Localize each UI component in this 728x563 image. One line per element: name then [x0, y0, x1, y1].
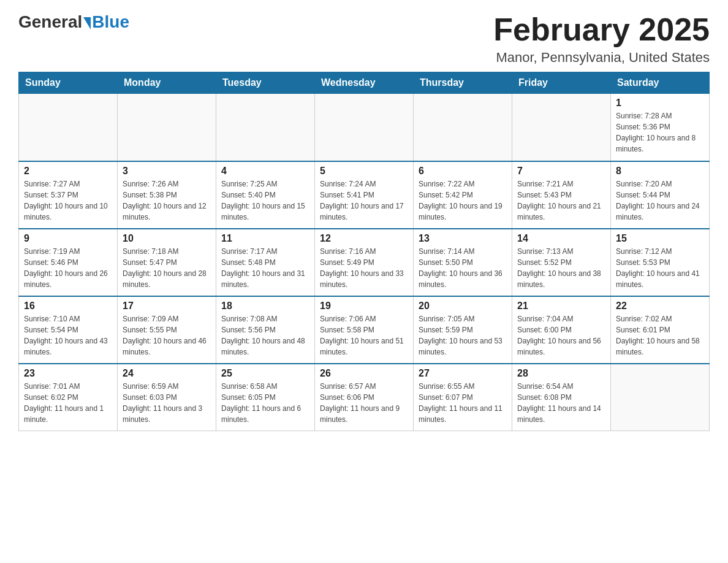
day-number: 5: [320, 166, 408, 177]
calendar-cell: [315, 94, 414, 161]
calendar-cell: 9Sunrise: 7:19 AM Sunset: 5:46 PM Daylig…: [19, 229, 118, 296]
day-info: Sunrise: 7:22 AM Sunset: 5:42 PM Dayligh…: [419, 178, 507, 223]
day-number: 6: [419, 166, 507, 177]
calendar-cell: 27Sunrise: 6:55 AM Sunset: 6:07 PM Dayli…: [414, 364, 512, 431]
calendar-cell: [216, 94, 315, 161]
day-info: Sunrise: 7:12 AM Sunset: 5:53 PM Dayligh…: [616, 246, 704, 290]
day-info: Sunrise: 7:26 AM Sunset: 5:38 PM Dayligh…: [123, 178, 211, 223]
day-number: 11: [221, 233, 309, 244]
day-number: 4: [221, 166, 309, 177]
day-info: Sunrise: 7:06 AM Sunset: 5:58 PM Dayligh…: [320, 313, 408, 358]
day-info: Sunrise: 7:17 AM Sunset: 5:48 PM Dayligh…: [221, 246, 309, 290]
day-info: Sunrise: 7:13 AM Sunset: 5:52 PM Dayligh…: [517, 246, 605, 290]
day-info: Sunrise: 7:14 AM Sunset: 5:50 PM Dayligh…: [419, 246, 507, 290]
calendar-cell: 21Sunrise: 7:04 AM Sunset: 6:00 PM Dayli…: [512, 296, 611, 364]
day-info: Sunrise: 6:58 AM Sunset: 6:05 PM Dayligh…: [221, 381, 309, 425]
calendar-cell: 15Sunrise: 7:12 AM Sunset: 5:53 PM Dayli…: [611, 229, 710, 296]
day-number: 2: [24, 166, 112, 177]
day-info: Sunrise: 7:04 AM Sunset: 6:00 PM Dayligh…: [517, 313, 605, 358]
calendar-week-row: 23Sunrise: 7:01 AM Sunset: 6:02 PM Dayli…: [19, 364, 710, 431]
day-number: 14: [517, 233, 605, 244]
day-number: 1: [616, 98, 704, 109]
title-area: February 2025 Manor, Pennsylvania, Unite…: [493, 12, 710, 66]
calendar-cell: 8Sunrise: 7:20 AM Sunset: 5:44 PM Daylig…: [611, 161, 710, 229]
day-number: 22: [616, 301, 704, 312]
calendar-cell: 26Sunrise: 6:57 AM Sunset: 6:06 PM Dayli…: [315, 364, 414, 431]
calendar-cell: 13Sunrise: 7:14 AM Sunset: 5:50 PM Dayli…: [414, 229, 512, 296]
day-number: 21: [517, 301, 605, 312]
day-number: 17: [123, 301, 211, 312]
day-info: Sunrise: 7:21 AM Sunset: 5:43 PM Dayligh…: [517, 178, 605, 223]
calendar-cell: 4Sunrise: 7:25 AM Sunset: 5:40 PM Daylig…: [216, 161, 315, 229]
weekday-header-sunday: Sunday: [19, 72, 118, 94]
day-info: Sunrise: 7:25 AM Sunset: 5:40 PM Dayligh…: [221, 178, 309, 223]
day-info: Sunrise: 6:55 AM Sunset: 6:07 PM Dayligh…: [419, 381, 507, 425]
day-number: 7: [517, 166, 605, 177]
calendar-cell: 23Sunrise: 7:01 AM Sunset: 6:02 PM Dayli…: [19, 364, 118, 431]
day-number: 15: [616, 233, 704, 244]
calendar-cell: 10Sunrise: 7:18 AM Sunset: 5:47 PM Dayli…: [118, 229, 216, 296]
day-number: 23: [24, 368, 112, 379]
day-info: Sunrise: 7:18 AM Sunset: 5:47 PM Dayligh…: [123, 246, 211, 290]
calendar-cell: 28Sunrise: 6:54 AM Sunset: 6:08 PM Dayli…: [512, 364, 611, 431]
day-number: 18: [221, 301, 309, 312]
logo-blue: Blue: [92, 12, 129, 32]
day-info: Sunrise: 6:57 AM Sunset: 6:06 PM Dayligh…: [320, 381, 408, 425]
calendar-cell: 6Sunrise: 7:22 AM Sunset: 5:42 PM Daylig…: [414, 161, 512, 229]
calendar-week-row: 2Sunrise: 7:27 AM Sunset: 5:37 PM Daylig…: [19, 161, 710, 229]
calendar-cell: [118, 94, 216, 161]
day-number: 10: [123, 233, 211, 244]
calendar-cell: 12Sunrise: 7:16 AM Sunset: 5:49 PM Dayli…: [315, 229, 414, 296]
weekday-header-thursday: Thursday: [414, 72, 512, 94]
calendar-cell: 11Sunrise: 7:17 AM Sunset: 5:48 PM Dayli…: [216, 229, 315, 296]
calendar-week-row: 1Sunrise: 7:28 AM Sunset: 5:36 PM Daylig…: [19, 94, 710, 161]
day-info: Sunrise: 7:16 AM Sunset: 5:49 PM Dayligh…: [320, 246, 408, 290]
day-number: 20: [419, 301, 507, 312]
calendar-cell: 14Sunrise: 7:13 AM Sunset: 5:52 PM Dayli…: [512, 229, 611, 296]
calendar-cell: [512, 94, 611, 161]
day-info: Sunrise: 7:28 AM Sunset: 5:36 PM Dayligh…: [616, 110, 704, 155]
day-number: 12: [320, 233, 408, 244]
day-number: 3: [123, 166, 211, 177]
day-number: 19: [320, 301, 408, 312]
day-info: Sunrise: 7:05 AM Sunset: 5:59 PM Dayligh…: [419, 313, 507, 358]
day-number: 24: [123, 368, 211, 379]
calendar-cell: 17Sunrise: 7:09 AM Sunset: 5:55 PM Dayli…: [118, 296, 216, 364]
logo-triangle-icon: [83, 17, 91, 29]
weekday-header-saturday: Saturday: [611, 72, 710, 94]
calendar-table: SundayMondayTuesdayWednesdayThursdayFrid…: [18, 72, 710, 431]
day-info: Sunrise: 6:54 AM Sunset: 6:08 PM Dayligh…: [517, 381, 605, 425]
calendar-cell: [19, 94, 118, 161]
day-info: Sunrise: 7:01 AM Sunset: 6:02 PM Dayligh…: [24, 381, 112, 425]
logo-general: General: [18, 12, 82, 32]
day-number: 13: [419, 233, 507, 244]
day-number: 28: [517, 368, 605, 379]
day-info: Sunrise: 7:08 AM Sunset: 5:56 PM Dayligh…: [221, 313, 309, 358]
day-number: 26: [320, 368, 408, 379]
day-info: Sunrise: 7:27 AM Sunset: 5:37 PM Dayligh…: [24, 178, 112, 223]
calendar-cell: 19Sunrise: 7:06 AM Sunset: 5:58 PM Dayli…: [315, 296, 414, 364]
calendar-title: February 2025: [493, 12, 710, 47]
page-header: General Blue February 2025 Manor, Pennsy…: [18, 12, 710, 66]
calendar-subtitle: Manor, Pennsylvania, United States: [493, 50, 710, 66]
weekday-header-tuesday: Tuesday: [216, 72, 315, 94]
day-number: 25: [221, 368, 309, 379]
calendar-week-row: 16Sunrise: 7:10 AM Sunset: 5:54 PM Dayli…: [19, 296, 710, 364]
day-info: Sunrise: 7:10 AM Sunset: 5:54 PM Dayligh…: [24, 313, 112, 358]
calendar-cell: 2Sunrise: 7:27 AM Sunset: 5:37 PM Daylig…: [19, 161, 118, 229]
weekday-header-row: SundayMondayTuesdayWednesdayThursdayFrid…: [19, 72, 710, 94]
calendar-cell: [414, 94, 512, 161]
calendar-cell: 16Sunrise: 7:10 AM Sunset: 5:54 PM Dayli…: [19, 296, 118, 364]
day-number: 9: [24, 233, 112, 244]
day-number: 27: [419, 368, 507, 379]
weekday-header-wednesday: Wednesday: [315, 72, 414, 94]
calendar-cell: 3Sunrise: 7:26 AM Sunset: 5:38 PM Daylig…: [118, 161, 216, 229]
calendar-cell: [611, 364, 710, 431]
day-number: 16: [24, 301, 112, 312]
weekday-header-monday: Monday: [118, 72, 216, 94]
calendar-cell: 25Sunrise: 6:58 AM Sunset: 6:05 PM Dayli…: [216, 364, 315, 431]
calendar-cell: 7Sunrise: 7:21 AM Sunset: 5:43 PM Daylig…: [512, 161, 611, 229]
day-info: Sunrise: 7:24 AM Sunset: 5:41 PM Dayligh…: [320, 178, 408, 223]
calendar-cell: 1Sunrise: 7:28 AM Sunset: 5:36 PM Daylig…: [611, 94, 710, 161]
day-number: 8: [616, 166, 704, 177]
